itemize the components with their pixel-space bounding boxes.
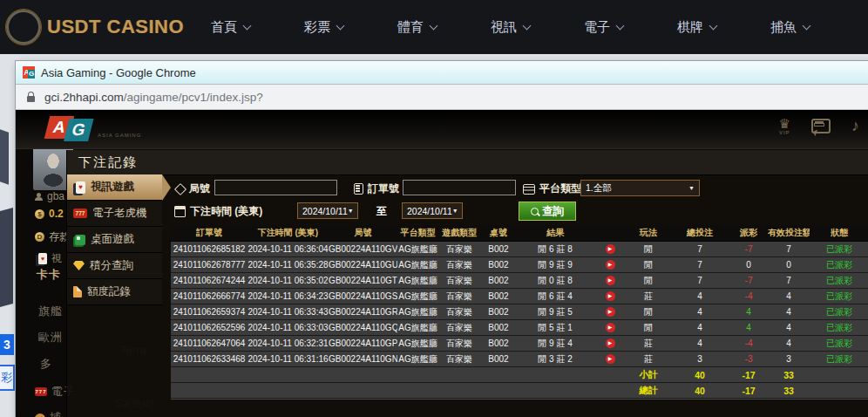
clipboard-icon xyxy=(354,183,363,195)
chevron-down-icon xyxy=(243,22,252,31)
replay-icon[interactable]: ▶ xyxy=(606,307,615,317)
round-number-input[interactable] xyxy=(214,180,337,195)
replay-icon[interactable]: ▶ xyxy=(606,354,615,364)
table-cell: AG旗艦廳 xyxy=(397,291,438,303)
lobby-item[interactable]: 卡卡 xyxy=(37,267,61,283)
search-button[interactable]: 查詢 xyxy=(519,202,576,221)
order-number-label: 訂單號 xyxy=(354,181,399,196)
ag-app: A G ASIA GAMING ♛ VIP ♪ gba $0.2 D存款 xyxy=(16,110,868,417)
table-row: 2410110626742442024-10-11 06:35:02GB0022… xyxy=(171,273,868,289)
table-cell: 閒 xyxy=(627,306,670,318)
sidebar-item-points-query[interactable]: 積分查詢 xyxy=(67,253,162,279)
table-cell: ▶ xyxy=(593,260,627,270)
lobby-item[interactable]: 多 xyxy=(40,356,52,372)
nav-item-live[interactable]: 視訊 xyxy=(491,19,530,36)
subtotal-row: 小計40-1733 xyxy=(171,367,868,383)
replay-icon[interactable]: ▶ xyxy=(606,323,615,332)
site-navbar: USDT CASINO 首頁 彩票 體育 視訊 電子 棋牌 捕魚 xyxy=(0,0,868,54)
table-cell: 莊 xyxy=(627,291,670,303)
table-cell: GB00224A110GT xyxy=(329,276,397,285)
video-category-row[interactable]: ♥視 xyxy=(38,251,62,266)
window-titlebar[interactable]: AG Asia Gaming - Google Chrome xyxy=(16,61,868,85)
replay-icon[interactable]: ▶ xyxy=(606,260,615,270)
table-cell: 總投注 xyxy=(670,227,729,239)
nav-item-cards[interactable]: 棋牌 xyxy=(677,19,716,36)
table-cell: ▶ xyxy=(593,354,627,365)
order-number-input[interactable] xyxy=(403,180,516,195)
sidebar-item-video-games[interactable]: ♥ 視訊遊戲 xyxy=(67,174,162,201)
panel-title: 下注記錄 xyxy=(67,150,868,175)
site-logo[interactable]: USDT CASINO xyxy=(5,9,190,45)
nav-item-lottery[interactable]: 彩票 xyxy=(304,19,343,36)
status-cell: 已派彩 xyxy=(810,353,868,366)
table-cell: 閒 xyxy=(627,322,670,334)
coin-logo-icon xyxy=(5,9,42,45)
table-cell: B002 xyxy=(480,291,517,301)
to-label: 至 xyxy=(376,204,387,219)
table-cell: 百家樂 xyxy=(438,306,480,318)
vip-crown-icon[interactable]: ♛ VIP xyxy=(779,117,790,135)
lobby-item[interactable]: 歐洲 xyxy=(38,330,63,345)
bet-time-label: 下注時間 (美東) xyxy=(174,204,262,219)
chevron-down-icon xyxy=(430,22,438,31)
ag-header-icons: ♛ VIP ♪ xyxy=(779,117,859,135)
table-cell: 2024-10-11 06:31:16 xyxy=(248,354,329,364)
lobby-item[interactable]: 捕 xyxy=(35,410,62,417)
dropdown-arrow-icon: ▼ xyxy=(348,208,354,214)
coin-icon: $ xyxy=(35,209,44,219)
nav-menu: 首頁 彩票 體育 視訊 電子 棋牌 捕魚 xyxy=(211,19,810,36)
table-header-row: 訂單號下注時間 (美東)局號平台類型遊戲類型桌號結果玩法總投注派彩有效投注額狀態 xyxy=(171,225,868,242)
address-bar[interactable]: gci.2hhapi.com/agingame/pcv1/index.jsp? xyxy=(16,85,868,110)
chrome-popup-window: AG Asia Gaming - Google Chrome gci.2hhap… xyxy=(16,61,868,417)
balance-row: $0.2 xyxy=(35,208,64,220)
slot-777-icon: 777 xyxy=(73,208,87,218)
sidebar-item-credit-records[interactable]: 額度記錄 xyxy=(67,279,162,305)
nav-item-sports[interactable]: 體育 xyxy=(397,19,437,36)
status-cell: 已派彩 xyxy=(810,291,868,303)
nav-item-fishing[interactable]: 捕魚 xyxy=(770,19,810,36)
replay-icon[interactable]: ▶ xyxy=(606,291,615,301)
chat-icon[interactable] xyxy=(811,119,831,133)
table-cell: 7 xyxy=(670,276,729,285)
table-cell: 3 xyxy=(670,354,729,364)
replay-icon[interactable]: ▶ xyxy=(606,338,615,348)
table-cell: -7 xyxy=(729,244,768,254)
date-to-select[interactable]: 2024/10/11▼ xyxy=(402,202,463,219)
table-cell: 4 xyxy=(768,323,810,332)
replay-icon[interactable]: ▶ xyxy=(606,276,615,285)
sidebar-item-table-games[interactable]: 桌面遊戲 xyxy=(67,227,162,253)
table-cell: -4 xyxy=(729,291,768,301)
ag-logo[interactable]: A G ASIA GAMING xyxy=(47,116,141,139)
table-row: 2410110626334682024-10-11 06:31:16GB0022… xyxy=(171,352,868,367)
user-icon xyxy=(35,193,43,201)
gem-icon xyxy=(73,261,85,270)
platform-type-select[interactable]: 1.全部▼ xyxy=(580,180,700,196)
table-cell: 有效投注額 xyxy=(768,227,810,239)
table-cell: 7 xyxy=(670,260,729,270)
table-row: 2410110626667742024-10-11 06:34:23GB0022… xyxy=(171,289,868,304)
panel-sidebar: ♥ 視訊遊戲 777 電子老虎機 桌面遊戲 積分查詢 額度記錄 xyxy=(67,174,162,305)
nav-item-slots[interactable]: 電子 xyxy=(584,19,623,36)
music-note-icon[interactable]: ♪ xyxy=(851,117,859,135)
replay-icon[interactable]: ▶ xyxy=(606,244,615,254)
table-cell: GB00224A110GV xyxy=(329,244,397,254)
chevron-down-icon xyxy=(709,22,718,31)
date-from-select[interactable]: 2024/10/11▼ xyxy=(297,202,358,219)
table-cell: -17 xyxy=(729,370,768,380)
table-cell: -17 xyxy=(729,386,768,396)
lobby-item[interactable]: 旗艦 xyxy=(38,304,63,319)
table-cell: 閒 9 莊 9 xyxy=(517,259,593,271)
table-row: 2410110626593742024-10-11 06:33:43GB0022… xyxy=(171,304,868,320)
table-cell: 0 xyxy=(729,260,768,270)
table-cell: 派彩 xyxy=(729,227,768,239)
table-cell: 241011062652596 xyxy=(171,323,248,332)
deposit-button[interactable]: D存款 xyxy=(35,229,70,244)
table-cell: 40 xyxy=(670,370,729,380)
brand-name: USDT CASINO xyxy=(47,16,184,38)
table-cell: AG旗艦廳 xyxy=(397,306,438,318)
table-cell: 閒 5 莊 1 xyxy=(517,322,593,334)
dropdown-arrow-icon: ▼ xyxy=(452,208,458,214)
nav-item-home[interactable]: 首頁 xyxy=(211,19,250,36)
table-cell: 狀態 xyxy=(810,227,868,239)
sidebar-item-slots[interactable]: 777 電子老虎機 xyxy=(67,201,162,227)
